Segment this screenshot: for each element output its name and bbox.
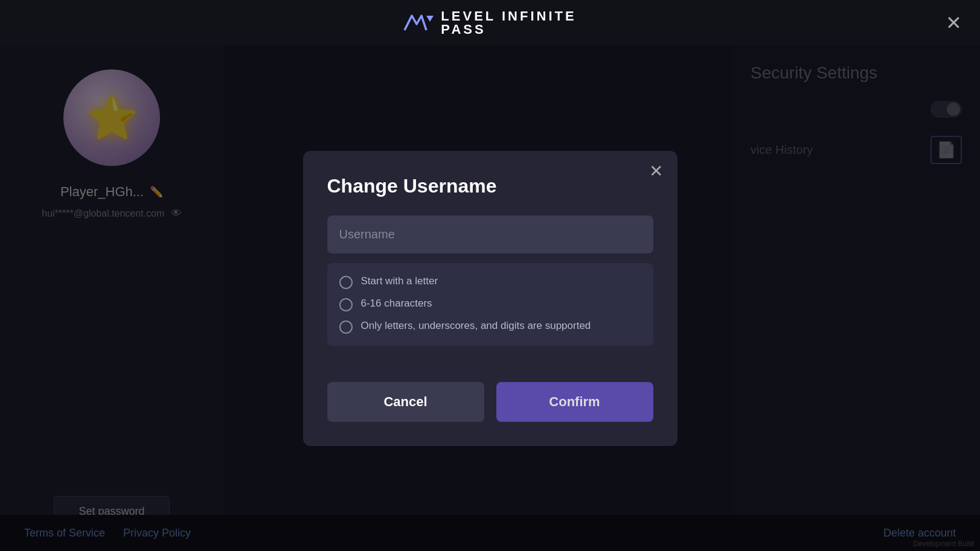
radio-circle-1: [339, 276, 353, 289]
validation-item-2: 6-16 characters: [339, 298, 641, 311]
radio-circle-3: [339, 320, 353, 334]
logo-icon: [403, 11, 434, 35]
username-input[interactable]: [327, 215, 653, 253]
top-bar: LEVEL INFINITE PASS ✕: [0, 0, 980, 45]
logo-area: LEVEL INFINITE PASS: [403, 10, 576, 36]
logo-text: LEVEL INFINITE PASS: [441, 10, 576, 36]
modal-buttons: Cancel Confirm: [327, 382, 653, 422]
modal-overlay: Change Username ✕ Start with a letter 6-…: [0, 45, 980, 551]
logo-line1: LEVEL INFINITE: [441, 10, 576, 23]
validation-item-3: Only letters, underscores, and digits ar…: [339, 320, 641, 334]
modal-title: Change Username: [327, 175, 653, 197]
confirm-button[interactable]: Confirm: [496, 382, 653, 422]
main-area: ⭐ Player_HGh... ✏️ hui*****@global.tence…: [0, 45, 980, 551]
validation-text-1: Start with a letter: [361, 275, 438, 287]
modal-close-button[interactable]: ✕: [649, 163, 663, 180]
validation-text-3: Only letters, underscores, and digits ar…: [361, 320, 591, 332]
validation-box: Start with a letter 6-16 characters Only…: [327, 263, 653, 346]
topbar-close-button[interactable]: ✕: [946, 13, 962, 33]
radio-circle-2: [339, 298, 353, 311]
validation-item-1: Start with a letter: [339, 275, 641, 289]
svg-marker-0: [426, 16, 434, 22]
logo-line2: PASS: [441, 23, 576, 36]
cancel-button[interactable]: Cancel: [327, 382, 484, 422]
change-username-modal: Change Username ✕ Start with a letter 6-…: [303, 151, 677, 446]
validation-text-2: 6-16 characters: [361, 298, 432, 310]
